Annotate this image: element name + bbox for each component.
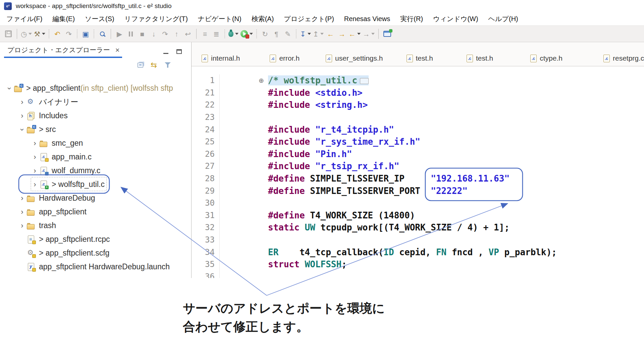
code-line-26[interactable]: 26#include "Pin.h" [192, 148, 644, 160]
filter-icon[interactable] [164, 62, 171, 68]
tree-item-Includes[interactable]: ›Includes [0, 109, 191, 123]
show-execution-icon[interactable]: ≡ [200, 28, 210, 40]
expander-chevron-icon[interactable]: › [17, 208, 27, 216]
step-into-icon[interactable]: ↓ [149, 28, 158, 40]
editor-tab-test-h-4[interactable]: test.h [464, 51, 496, 66]
dropdown-caret-icon[interactable] [357, 33, 361, 35]
menu-item-3[interactable]: ソース(S) [80, 14, 119, 23]
code-line-25[interactable]: 25#include "r_sys_time_rx_if.h" [192, 136, 644, 148]
editor-tab-test-h-3[interactable]: test.h [404, 51, 436, 66]
tree-item-HardwareDebug[interactable]: ›HardwareDebug [0, 191, 191, 205]
menu-item-6[interactable]: 検索(A) [247, 14, 279, 23]
dropdown-caret-icon[interactable] [308, 33, 311, 35]
run-icon[interactable] [240, 28, 253, 40]
tree-item--wolfsftp_util-c[interactable]: ›+> wolfsftp_util.c [0, 178, 191, 191]
code-line-33[interactable]: 33 [192, 234, 644, 246]
next-edit-icon[interactable]: → [337, 28, 346, 40]
expander-chevron-icon[interactable]: › [17, 112, 27, 120]
build-hammer-icon[interactable]: ⚒ [34, 28, 45, 40]
expander-chevron-icon[interactable]: › [30, 153, 40, 161]
save-icon[interactable] [4, 28, 13, 40]
step-over-icon[interactable]: ↷ [160, 28, 170, 40]
dropdown-caret-icon[interactable] [250, 33, 253, 35]
tree-item-app_sftpclient[interactable]: ›app_sftpclient [0, 205, 191, 219]
editor-tab-internal-h-0[interactable]: internal.h [199, 51, 243, 66]
editor-tab-error-h-1[interactable]: error.h [267, 51, 302, 66]
code-line-31[interactable]: 31#define T4_WORK_SIZE (14800) [192, 209, 644, 222]
tree-item-smc_gen[interactable]: ›smc_gen [0, 136, 191, 150]
code-line-24[interactable]: 24#include "r_t4_itcpip.h" [192, 123, 644, 136]
menu-item-11[interactable]: ヘルプ(H) [483, 14, 523, 23]
resume-icon[interactable]: ▶ [115, 28, 124, 40]
refresh-file-icon[interactable]: ↻ [260, 28, 270, 40]
debug-bug-icon[interactable] [228, 28, 238, 40]
expander-chevron-icon[interactable]: › [6, 84, 13, 93]
dropdown-caret-icon[interactable] [42, 33, 45, 35]
code-editor[interactable]: 1⊕/* wolfstp_util.c21#include <stdio.h>2… [192, 66, 644, 278]
dropdown-caret-icon[interactable] [320, 33, 324, 35]
instruction-step-icon[interactable]: ↩ [183, 28, 193, 40]
code-line-35[interactable]: 35struct WOLFSSH; [192, 258, 644, 271]
menu-item-9[interactable]: 実行(R) [395, 14, 428, 23]
forward-icon[interactable]: → [363, 28, 375, 40]
editor-tab-resetprg-c-6[interactable]: resetprg.c [601, 51, 644, 66]
fold-collapse-icon[interactable]: ⊕ [220, 77, 268, 84]
dropdown-caret-icon[interactable] [235, 33, 238, 35]
dropdown-caret-icon[interactable] [29, 33, 32, 35]
tree-item--src[interactable]: ›C> src [0, 123, 191, 136]
code-line-29[interactable]: 29#define SIMPLE_TLSSERVER_PORT "22222" [192, 185, 644, 197]
code-line-34[interactable]: 34ER t4_tcp_callback(ID cepid, FN fncd ,… [192, 246, 644, 258]
tree-item-wolf_dummy-c[interactable]: ›wolf_dummy.c [0, 164, 191, 178]
expander-chevron-icon[interactable]: › [18, 125, 26, 134]
previous-edit-icon[interactable]: ← [326, 28, 335, 40]
menu-item-7[interactable]: プロジェクト(P) [279, 14, 339, 23]
code-line-22[interactable]: 22#include <string.h> [192, 99, 644, 111]
menu-item-1[interactable]: ファイル(F) [1, 14, 47, 23]
project-explorer-tab[interactable]: プロジェクト・エクスプローラー × [4, 43, 122, 58]
tree-item-app_main-c[interactable]: ›app_main.c [0, 150, 191, 164]
expander-chevron-icon[interactable]: › [30, 140, 40, 147]
code-line-28[interactable]: 28#define SIMPLE_TLSSEVER_IP "192.168.11… [192, 173, 644, 185]
dropdown-caret-icon[interactable] [371, 33, 375, 35]
undo-icon[interactable]: ↶ [53, 28, 62, 40]
code-line-21[interactable]: 21#include <stdio.h> [192, 87, 644, 99]
menu-item-8[interactable]: Renesas Views [339, 15, 395, 23]
download-memory-icon[interactable]: ↧ [300, 28, 311, 40]
code-line-23[interactable]: 23 [192, 111, 644, 124]
open-perspective-icon[interactable] [382, 28, 392, 40]
folded-region-icon[interactable] [360, 78, 369, 84]
maximize-icon[interactable] [176, 49, 182, 54]
tree-item-バイナリー[interactable]: ›バイナリー [0, 95, 191, 109]
menu-item-4[interactable]: リファクタリング(T) [119, 14, 193, 23]
editor-tab-user_settings-h-2[interactable]: user_settings.h [323, 51, 385, 66]
link-with-editor-icon[interactable]: ⇆ [151, 61, 157, 69]
expander-chevron-icon[interactable]: › [17, 98, 27, 106]
tree-item--app_sftpclient-scfg[interactable]: > app_sftpclient.scfg [0, 246, 191, 260]
show-whitespace-icon[interactable]: ¶ [272, 28, 281, 40]
editor-tab-ctype-h-5[interactable]: ctype.h [528, 51, 565, 66]
debug-console-icon[interactable]: ▣ [81, 28, 90, 40]
expander-chevron-icon[interactable]: › [30, 167, 40, 175]
redo-icon[interactable]: ↷ [64, 28, 73, 40]
menu-item-5[interactable]: ナビゲート(N) [193, 14, 247, 23]
format-pen-icon[interactable]: ✎ [283, 28, 292, 40]
menu-item-10[interactable]: ウィンドウ(W) [428, 14, 483, 23]
code-line-1[interactable]: 1⊕/* wolfstp_util.c [192, 74, 644, 87]
launch-history-clock-icon[interactable]: ◷ [21, 28, 32, 40]
code-line-30[interactable]: 30 [192, 197, 644, 209]
collapse-all-icon[interactable]: − [138, 63, 143, 68]
step-return-icon[interactable]: ↑ [172, 28, 181, 40]
code-line-27[interactable]: 27#include "r_tsip_rx_if.h" [192, 160, 644, 173]
trace-icon[interactable]: ≣ [212, 28, 221, 40]
tree-item--app_sftpclient-rcpc[interactable]: > app_sftpclient.rcpc [0, 232, 191, 246]
stop-icon[interactable]: ■ [138, 28, 147, 40]
code-line-32[interactable]: 32static UW tcpudp_work[(T4_WORK_SIZE / … [192, 221, 644, 234]
back-icon[interactable]: ← [348, 28, 361, 40]
pause-icon[interactable] [126, 28, 136, 40]
tree-item-app_sftpclient-HardwareDebug-launch[interactable]: app_sftpclient HardwareDebug.launch [0, 260, 191, 274]
inspect-magnifier-icon[interactable] [98, 28, 107, 40]
tree-item-trash[interactable]: ›trash [0, 219, 191, 232]
close-icon[interactable]: × [115, 47, 120, 54]
menu-item-2[interactable]: 編集(E) [47, 14, 80, 23]
expander-chevron-icon[interactable]: › [30, 181, 40, 188]
